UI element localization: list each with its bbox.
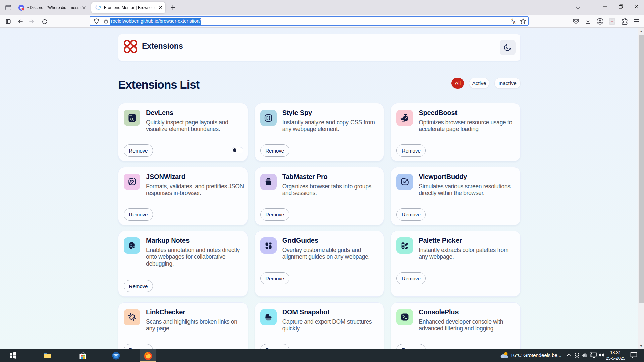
svg-text:A: A [513,21,515,24]
